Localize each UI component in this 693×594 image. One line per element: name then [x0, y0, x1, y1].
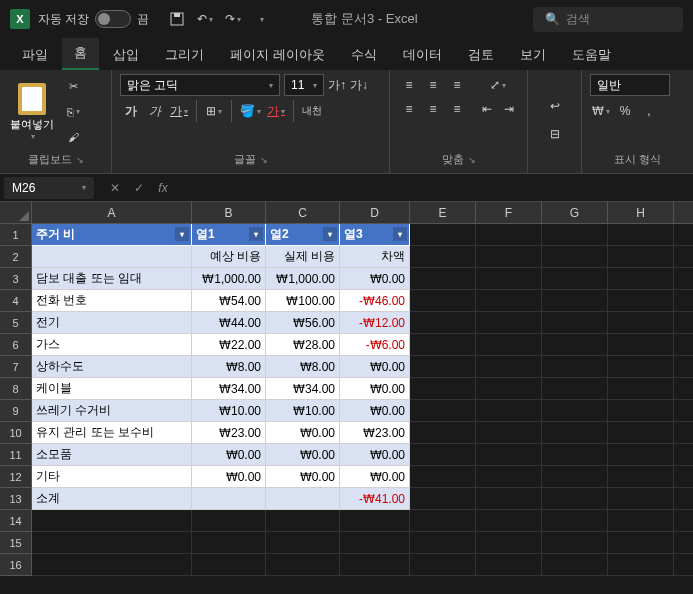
row-header[interactable]: 1 [0, 224, 32, 246]
search-box[interactable]: 🔍 검색 [533, 7, 683, 32]
cell[interactable] [192, 510, 266, 532]
formula-bar[interactable] [180, 177, 687, 199]
fx-icon[interactable]: fx [152, 177, 174, 199]
tab-layout[interactable]: 페이지 레이아웃 [218, 40, 337, 70]
dialog-launcher-icon[interactable]: ↘ [468, 155, 476, 165]
cell[interactable]: ₩0.00 [340, 378, 410, 400]
cell[interactable]: -₩46.00 [340, 290, 410, 312]
cell[interactable]: ₩28.00 [266, 334, 340, 356]
col-header[interactable]: C [266, 202, 340, 224]
orientation-icon[interactable]: ⤢▾ [476, 74, 520, 96]
cell[interactable] [476, 378, 542, 400]
cell[interactable] [674, 334, 693, 356]
wrap-text-icon[interactable]: ↩ [544, 95, 566, 117]
qat-more-icon[interactable]: ▾ [249, 7, 273, 31]
cell[interactable]: -₩6.00 [340, 334, 410, 356]
cell[interactable] [476, 268, 542, 290]
row-header[interactable]: 9 [0, 400, 32, 422]
increase-indent-icon[interactable]: ⇥ [498, 98, 520, 120]
row-header[interactable]: 8 [0, 378, 32, 400]
cell[interactable]: ₩0.00 [340, 268, 410, 290]
cell[interactable] [410, 268, 476, 290]
decrease-indent-icon[interactable]: ⇤ [476, 98, 498, 120]
cell[interactable] [674, 422, 693, 444]
undo-icon[interactable]: ↶▾ [193, 7, 217, 31]
col-header[interactable]: B [192, 202, 266, 224]
dialog-launcher-icon[interactable]: ↘ [260, 155, 268, 165]
cell[interactable]: ₩0.00 [192, 466, 266, 488]
filter-icon[interactable]: ▾ [323, 227, 337, 241]
cell[interactable]: ₩0.00 [266, 444, 340, 466]
cell[interactable] [608, 422, 674, 444]
cell[interactable]: ₩0.00 [340, 444, 410, 466]
row-header[interactable]: 13 [0, 488, 32, 510]
worksheet[interactable]: ABCDEFGH1주거 비▾열1▾열2▾열3▾2예상 비용실제 비용차액3담보 … [0, 202, 693, 576]
cell[interactable] [608, 532, 674, 554]
cell[interactable] [340, 532, 410, 554]
cell[interactable]: ₩0.00 [266, 422, 340, 444]
cell[interactable] [476, 334, 542, 356]
filter-icon[interactable]: ▾ [393, 227, 407, 241]
format-painter-icon[interactable]: 🖌 [62, 128, 84, 146]
cell[interactable] [32, 554, 192, 576]
cell[interactable] [476, 444, 542, 466]
cell[interactable]: ₩1,000.00 [266, 268, 340, 290]
cell[interactable]: 실제 비용 [266, 246, 340, 268]
cell[interactable] [192, 554, 266, 576]
cell[interactable]: -₩41.00 [340, 488, 410, 510]
cell[interactable] [476, 466, 542, 488]
cell[interactable]: ₩44.00 [192, 312, 266, 334]
cell[interactable]: ₩34.00 [192, 378, 266, 400]
cell[interactable] [542, 356, 608, 378]
row-header[interactable]: 5 [0, 312, 32, 334]
cell[interactable] [608, 488, 674, 510]
row-header[interactable]: 10 [0, 422, 32, 444]
dialog-launcher-icon[interactable]: ↘ [76, 155, 84, 165]
cell[interactable]: ₩23.00 [340, 422, 410, 444]
border-button[interactable]: ⊞▾ [203, 100, 225, 122]
cell[interactable]: ₩10.00 [192, 400, 266, 422]
percent-icon[interactable]: % [614, 100, 636, 122]
row-header[interactable]: 14 [0, 510, 32, 532]
copy-icon[interactable]: ⎘▾ [62, 103, 84, 121]
cell[interactable] [542, 268, 608, 290]
cut-icon[interactable]: ✂ [62, 78, 84, 96]
cell[interactable] [674, 466, 693, 488]
cell[interactable] [410, 488, 476, 510]
tab-file[interactable]: 파일 [10, 40, 60, 70]
cell[interactable] [542, 488, 608, 510]
row-header[interactable]: 4 [0, 290, 32, 312]
filter-icon[interactable]: ▾ [175, 227, 189, 241]
cell[interactable] [476, 400, 542, 422]
merge-icon[interactable]: ⊟ [544, 123, 566, 145]
cell[interactable]: 예상 비용 [192, 246, 266, 268]
cell[interactable]: ₩0.00 [266, 466, 340, 488]
tab-draw[interactable]: 그리기 [153, 40, 216, 70]
cell[interactable]: 소계 [32, 488, 192, 510]
cell[interactable] [266, 510, 340, 532]
cell[interactable] [608, 268, 674, 290]
cell[interactable] [192, 488, 266, 510]
cell[interactable] [542, 224, 608, 246]
cell[interactable]: 케이블 [32, 378, 192, 400]
align-center-icon[interactable]: ≡ [422, 98, 444, 120]
cell[interactable] [608, 510, 674, 532]
cell[interactable] [674, 246, 693, 268]
tab-help[interactable]: 도움말 [560, 40, 623, 70]
cell[interactable] [542, 532, 608, 554]
cell[interactable] [542, 312, 608, 334]
cell[interactable] [410, 422, 476, 444]
table-header-cell[interactable]: 열2▾ [266, 224, 340, 246]
cell[interactable] [476, 246, 542, 268]
cell[interactable] [410, 378, 476, 400]
col-header[interactable] [674, 202, 693, 224]
number-format-select[interactable]: 일반 [590, 74, 670, 96]
cell[interactable]: ₩1,000.00 [192, 268, 266, 290]
cell[interactable] [32, 510, 192, 532]
row-header[interactable]: 15 [0, 532, 32, 554]
underline-button[interactable]: 가▾ [168, 100, 190, 122]
cell[interactable]: ₩8.00 [266, 356, 340, 378]
decrease-font-icon[interactable]: 가↓ [350, 74, 368, 96]
col-header[interactable]: A [32, 202, 192, 224]
cell[interactable] [266, 488, 340, 510]
